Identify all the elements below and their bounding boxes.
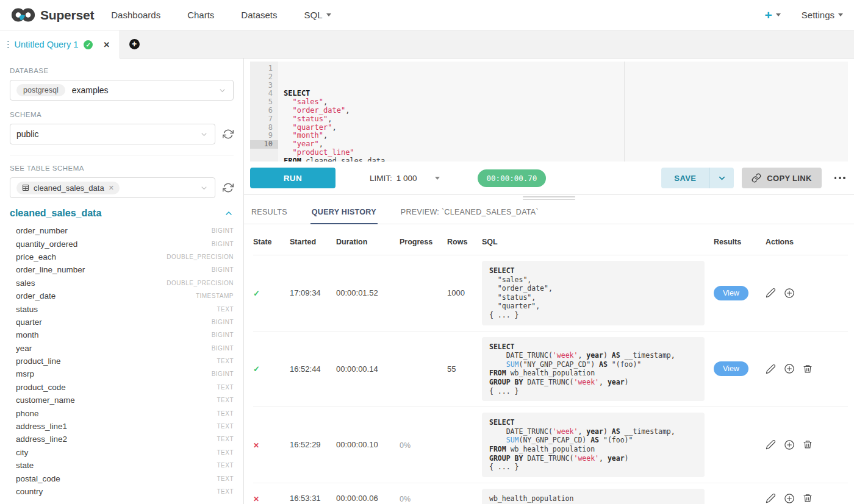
trash-icon[interactable] <box>803 364 813 374</box>
column-row[interactable]: address_line2TEXT <box>10 433 234 445</box>
chevron-down-icon <box>199 183 209 193</box>
column-row[interactable]: cityTEXT <box>10 446 234 459</box>
sql-token <box>284 140 292 148</box>
close-tab-icon[interactable]: ✕ <box>103 40 110 49</box>
sql-token: , <box>332 123 336 132</box>
column-type: TEXT <box>217 462 234 469</box>
sql-token: ("NY_GNP_PCAP_CD") <box>518 360 599 369</box>
more-options-icon[interactable] <box>832 173 848 183</box>
column-row[interactable]: product_lineTEXT <box>10 355 234 367</box>
table-schema-select[interactable]: cleaned_sales_data ✕ <box>10 177 215 198</box>
sqllab-content: 12345678910 SELECT "sales", "order_date"… <box>244 59 854 504</box>
nav-item-dashboards[interactable]: Dashboards <box>111 10 160 20</box>
column-row[interactable]: price_eachDOUBLE_PRECISION <box>10 250 234 263</box>
edit-icon[interactable] <box>766 364 776 374</box>
editor-code-area[interactable]: SELECT "sales", "order_date", "status", … <box>278 62 848 161</box>
edit-icon[interactable] <box>766 288 776 298</box>
state-cell: ✓ <box>253 363 290 374</box>
column-row[interactable]: phoneTEXT <box>10 406 234 419</box>
main-split: DATABASE postgresql examples SCHEMA publ… <box>0 59 854 504</box>
column-row[interactable]: product_codeTEXT <box>10 381 234 394</box>
refresh-tables-icon[interactable] <box>223 182 234 193</box>
tab-untitled-query-1[interactable]: Untitled Query 1 ✓ ✕ <box>0 30 120 59</box>
run-button[interactable]: RUN <box>250 168 336 188</box>
sql-token: year <box>586 427 603 436</box>
query-tab-title: Untitled Query 1 <box>15 40 79 49</box>
column-row[interactable]: order_numberBIGINT <box>10 224 234 237</box>
table-tag[interactable]: cleaned_sales_data ✕ <box>16 182 120 194</box>
sql-preview-line: "status", <box>489 293 697 302</box>
column-row[interactable]: monthBIGINT <box>10 328 234 341</box>
tab-results[interactable]: RESULTS <box>250 204 289 224</box>
sql-preview-line: SELECT <box>489 343 697 352</box>
schema-select[interactable]: public <box>10 124 215 144</box>
column-name: phone <box>16 409 39 418</box>
column-type: BIGINT <box>212 319 234 325</box>
table-icon <box>22 184 29 191</box>
new-query-tab-button[interactable]: + <box>120 30 148 58</box>
nav-item-charts[interactable]: Charts <box>187 10 214 20</box>
nav-item-datasets[interactable]: Datasets <box>241 10 277 20</box>
trash-icon[interactable] <box>803 493 813 503</box>
column-row[interactable]: customer_nameTEXT <box>10 394 234 406</box>
column-name: order_number <box>16 226 68 235</box>
column-row[interactable]: salesDOUBLE_PRECISION <box>10 277 234 289</box>
superset-brand[interactable]: Superset <box>11 7 94 23</box>
settings-menu[interactable]: Settings <box>802 10 843 20</box>
save-split-button: SAVE <box>661 168 734 188</box>
column-row[interactable]: postal_codeTEXT <box>10 472 234 484</box>
drag-handle-icon[interactable] <box>7 41 9 49</box>
remove-table-icon[interactable]: ✕ <box>109 184 114 192</box>
brand-name: Superset <box>40 8 94 23</box>
sql-token: , <box>319 140 323 148</box>
plus-icon[interactable] <box>784 363 795 374</box>
sql-preview-line: GROUP BY DATE_TRUNC('week', year) <box>489 378 697 387</box>
plus-icon[interactable] <box>784 288 795 299</box>
column-row[interactable]: order_line_numberBIGINT <box>10 263 234 276</box>
table-name-heading[interactable]: cleaned_sales_data <box>10 208 101 219</box>
sql-preview: wb_health_population <box>482 489 705 504</box>
resize-handle[interactable] <box>523 196 575 200</box>
started-cell: 16:53:31 <box>290 494 336 503</box>
limit-dropdown[interactable]: LIMIT: 1 000 <box>370 174 440 183</box>
view-results-button[interactable]: View <box>714 286 748 300</box>
save-button[interactable]: SAVE <box>661 168 709 188</box>
sql-token: "(foo)" <box>608 360 641 369</box>
sql-preview-line: SUM(NY_GNP_PCAP_CD) AS "(foo)" <box>489 436 697 445</box>
column-row[interactable]: address_line1TEXT <box>10 420 234 433</box>
column-row[interactable]: yearBIGINT <box>10 342 234 355</box>
sql-token: wb_health_population <box>506 369 595 377</box>
edit-icon[interactable] <box>766 439 776 450</box>
editor-line: FROM cleaned_sales_data <box>284 157 848 161</box>
database-select[interactable]: postgresql examples <box>10 80 234 101</box>
column-row[interactable]: order_dateTIMESTAMP <box>10 289 234 302</box>
column-name: city <box>16 448 28 457</box>
column-row[interactable]: stateTEXT <box>10 459 234 472</box>
chevron-up-icon[interactable] <box>224 208 234 218</box>
column-row[interactable]: quantity_orderedBIGINT <box>10 237 234 250</box>
sql-token: "(foo)" <box>599 436 633 444</box>
view-results-button[interactable]: View <box>714 361 748 376</box>
rows-cell: 55 <box>447 364 482 374</box>
sql-preview-line: { ... } <box>489 311 697 320</box>
new-item-button[interactable]: + <box>765 9 781 21</box>
column-row[interactable]: statusTEXT <box>10 302 234 315</box>
tab-preview[interactable]: PREVIEW: `CLEANED_SALES_DATA` <box>400 204 540 224</box>
nav-item-sql[interactable]: SQL <box>304 10 331 20</box>
trash-icon[interactable] <box>803 439 813 450</box>
copy-link-button[interactable]: COPY LINK <box>742 168 821 188</box>
column-row[interactable]: msrpBIGINT <box>10 367 234 380</box>
plus-icon[interactable] <box>784 439 795 450</box>
sql-token: , <box>599 454 608 463</box>
save-dropdown-button[interactable] <box>709 168 734 188</box>
plus-circle-icon: + <box>129 39 140 49</box>
edit-icon[interactable] <box>766 493 776 503</box>
column-row[interactable]: quarterBIGINT <box>10 316 234 328</box>
column-row[interactable]: countryTEXT <box>10 485 234 498</box>
sql-preview-line: "sales", <box>489 275 697 285</box>
tab-query-history[interactable]: QUERY HISTORY <box>310 204 378 224</box>
sql-token: year <box>608 454 625 463</box>
plus-icon[interactable] <box>784 493 795 504</box>
refresh-schema-icon[interactable] <box>223 129 234 140</box>
sql-editor[interactable]: 12345678910 SELECT "sales", "order_date"… <box>250 62 848 161</box>
